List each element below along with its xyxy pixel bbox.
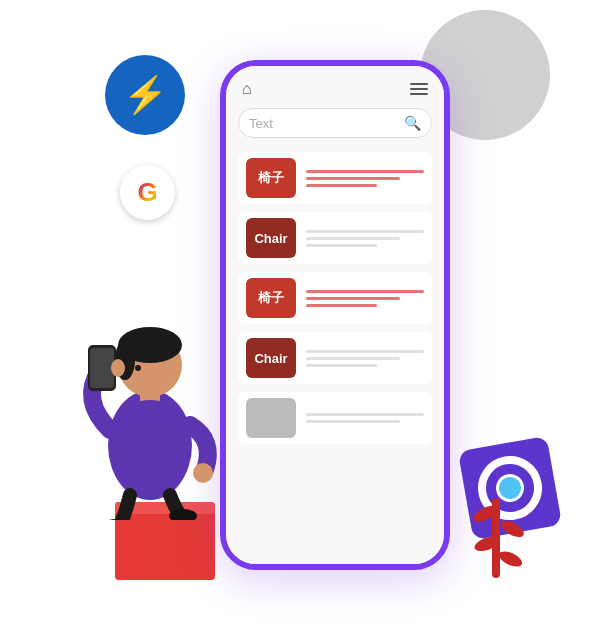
- home-icon: ⌂: [242, 80, 252, 98]
- item-lines-1: [306, 170, 424, 187]
- phone-screen: ⌂ Text 🔍 椅子: [226, 66, 444, 564]
- list-item[interactable]: [238, 392, 432, 444]
- cube-seat-decoration: [115, 510, 215, 580]
- lightning-bolt-icon: ⚡: [123, 77, 168, 113]
- search-bar[interactable]: Text 🔍: [238, 108, 432, 138]
- list-item[interactable]: Chair: [238, 212, 432, 264]
- svg-point-5: [128, 400, 172, 420]
- search-placeholder-text: Text: [249, 116, 404, 131]
- google-g-icon: G: [137, 177, 157, 208]
- plant-leaf-4: [497, 548, 525, 569]
- person-illustration: [50, 260, 250, 520]
- lightning-icon-circle: ⚡: [105, 55, 185, 135]
- plant-stem: [492, 498, 500, 578]
- item-badge-kanji-1: 椅子: [246, 158, 296, 198]
- list-item[interactable]: 椅子: [238, 272, 432, 324]
- google-icon-circle: G: [120, 165, 175, 220]
- phone-mockup: ⌂ Text 🔍 椅子: [220, 60, 450, 570]
- list-container: 椅子 Chair: [238, 152, 432, 444]
- plant-decoration: [492, 498, 500, 578]
- item-badge-chair-1: Chair: [246, 218, 296, 258]
- scene: ⚡ G ⌂: [0, 0, 610, 638]
- svg-point-12: [111, 359, 125, 377]
- item-badge-kanji-2: 椅子: [246, 278, 296, 318]
- svg-point-13: [135, 365, 141, 371]
- list-item[interactable]: Chair: [238, 332, 432, 384]
- svg-rect-8: [90, 348, 114, 388]
- item-badge-chair-2: Chair: [246, 338, 296, 378]
- item-lines-5: [306, 413, 424, 423]
- item-badge-empty: [246, 398, 296, 438]
- svg-point-9: [193, 463, 213, 483]
- menu-icon: [410, 83, 428, 95]
- item-lines-2: [306, 230, 424, 247]
- list-item[interactable]: 椅子: [238, 152, 432, 204]
- phone-topbar: ⌂: [238, 80, 432, 98]
- item-lines-4: [306, 350, 424, 367]
- search-icon: 🔍: [404, 115, 421, 131]
- item-lines-3: [306, 290, 424, 307]
